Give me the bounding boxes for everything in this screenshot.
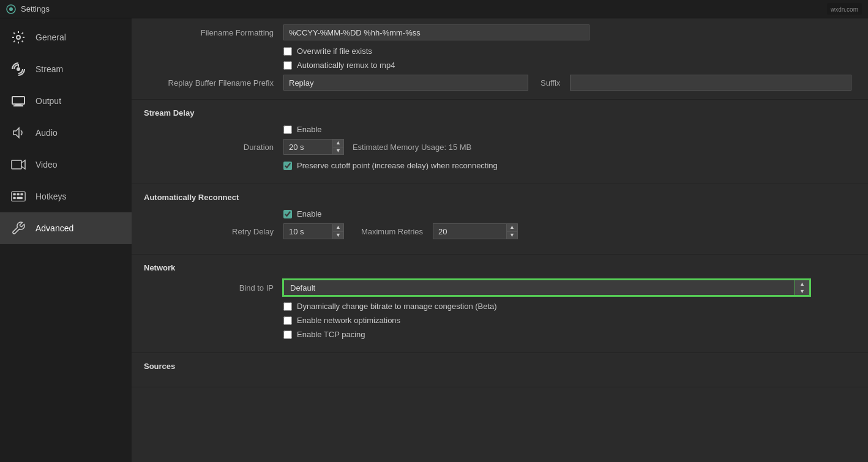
retry-delay-input[interactable] — [283, 223, 332, 239]
sidebar-item-audio[interactable]: Audio — [0, 117, 132, 149]
remux-row: Automatically remux to mp4 — [144, 61, 856, 70]
duration-label: Duration — [144, 143, 279, 152]
replay-buffer-row: Replay Buffer Filename Prefix Suffix — [144, 75, 856, 91]
sources-title: Sources — [144, 362, 856, 371]
sidebar-item-video[interactable]: Video — [0, 149, 132, 181]
titlebar-title: Settings — [21, 4, 50, 13]
duration-spinbox-buttons: ▲ ▼ — [332, 139, 344, 155]
svg-rect-14 — [17, 197, 22, 199]
video-icon — [10, 156, 27, 173]
retry-delay-decrement-button[interactable]: ▼ — [333, 232, 343, 239]
net-optimizations-checkbox[interactable] — [283, 316, 292, 325]
svg-rect-10 — [13, 193, 15, 195]
filename-formatting-label: Filename Formatting — [144, 28, 279, 37]
dynamic-bitrate-row: Dynamically change bitrate to manage con… — [144, 302, 856, 311]
svg-rect-5 — [12, 97, 24, 104]
overwrite-checkbox[interactable] — [283, 47, 292, 56]
stream-delay-enable-row: Enable — [144, 125, 856, 134]
duration-increment-button[interactable]: ▲ — [333, 140, 343, 147]
sources-section: Sources — [132, 353, 868, 387]
up-arrow-icon: ▲ — [799, 281, 805, 287]
suffix-input[interactable] — [570, 75, 851, 91]
tcp-pacing-checkbox[interactable] — [283, 330, 292, 339]
stream-delay-enable-checkbox[interactable] — [283, 125, 292, 134]
retry-delay-spinbox[interactable]: ▲ ▼ — [283, 223, 344, 239]
duration-row: Duration ▲ ▼ Estimated Memory Usage: 15 … — [144, 139, 856, 155]
auto-reconnect-title: Automatically Reconnect — [144, 193, 856, 202]
sidebar-item-stream[interactable]: Stream — [0, 53, 132, 85]
network-section: Network Bind to IP ▲ ▼ Dynamically chang… — [132, 255, 868, 353]
titlebar: Settings wxdn.com — [0, 0, 868, 18]
retry-delay-row: Retry Delay ▲ ▼ Maximum Retries ▲ ▼ — [144, 223, 856, 239]
auto-reconnect-section: Automatically Reconnect Enable Retry Del… — [132, 184, 868, 255]
retry-delay-spinbox-buttons: ▲ ▼ — [332, 223, 344, 239]
bind-to-ip-dropdown-button[interactable]: ▲ ▼ — [795, 280, 810, 296]
replay-buffer-prefix-input[interactable] — [283, 75, 528, 91]
advanced-icon — [10, 220, 27, 237]
sidebar-label-output: Output — [36, 96, 61, 106]
overwrite-row: Overwrite if file exists — [144, 47, 856, 56]
retry-delay-label: Retry Delay — [144, 227, 279, 236]
svg-rect-12 — [20, 193, 23, 195]
bind-to-ip-label: Bind to IP — [144, 283, 279, 292]
filename-section: Filename Formatting Overwrite if file ex… — [132, 18, 868, 100]
sidebar-label-hotkeys: Hotkeys — [36, 192, 67, 201]
output-icon — [10, 92, 27, 110]
net-optimizations-row: Enable network optimizations — [144, 316, 856, 325]
filename-formatting-input[interactable] — [283, 24, 589, 40]
network-title: Network — [144, 263, 856, 272]
sidebar-item-hotkeys[interactable]: Hotkeys — [0, 181, 132, 212]
dynamic-bitrate-checkbox[interactable] — [283, 302, 292, 311]
watermark: wxdn.com — [831, 6, 858, 13]
filename-formatting-row: Filename Formatting — [144, 24, 856, 40]
svg-rect-8 — [12, 160, 21, 169]
duration-decrement-button[interactable]: ▼ — [333, 147, 343, 155]
sidebar-label-stream: Stream — [36, 64, 63, 74]
max-retries-spinbox-buttons: ▲ ▼ — [506, 223, 518, 239]
sidebar-label-audio: Audio — [36, 128, 58, 138]
sidebar-item-general[interactable]: General — [0, 21, 132, 53]
max-retries-label: Maximum Retries — [361, 227, 423, 236]
max-retries-increment-button[interactable]: ▲ — [507, 224, 517, 232]
remux-checkbox[interactable] — [283, 61, 292, 70]
bind-to-ip-row: Bind to IP ▲ ▼ — [144, 280, 856, 296]
settings-app-icon — [6, 4, 16, 14]
dynamic-bitrate-label: Dynamically change bitrate to manage con… — [297, 302, 497, 311]
sidebar: General Stream Output — [0, 18, 132, 462]
stream-delay-title: Stream Delay — [144, 108, 856, 117]
svg-point-2 — [17, 35, 20, 39]
sidebar-label-video: Video — [36, 160, 58, 170]
main-layout: General Stream Output — [0, 18, 868, 462]
preserve-cutoff-checkbox[interactable] — [283, 162, 292, 170]
max-retries-decrement-button[interactable]: ▼ — [507, 232, 517, 239]
tcp-pacing-label: Enable TCP pacing — [297, 330, 365, 339]
max-retries-spinbox[interactable]: ▲ ▼ — [433, 223, 518, 239]
preserve-cutoff-row: Preserve cutoff point (increase delay) w… — [144, 161, 856, 170]
reconnect-enable-row: Enable — [144, 209, 856, 218]
general-icon — [10, 29, 27, 46]
preserve-cutoff-label: Preserve cutoff point (increase delay) w… — [297, 161, 498, 170]
svg-point-1 — [9, 7, 13, 11]
stream-delay-section: Stream Delay Enable Duration ▲ ▼ Estimat… — [132, 100, 868, 184]
sidebar-label-general: General — [36, 32, 66, 42]
svg-rect-11 — [17, 193, 19, 195]
retry-delay-increment-button[interactable]: ▲ — [333, 224, 343, 232]
reconnect-enable-label: Enable — [297, 209, 321, 218]
down-arrow-icon: ▼ — [799, 288, 805, 294]
sidebar-item-advanced[interactable]: Advanced — [0, 212, 132, 244]
max-retries-input[interactable] — [433, 223, 506, 239]
bind-to-ip-input[interactable] — [283, 280, 795, 296]
memory-usage-text: Estimated Memory Usage: 15 MB — [349, 143, 471, 152]
svg-rect-13 — [13, 197, 15, 199]
svg-rect-9 — [12, 192, 25, 201]
reconnect-enable-checkbox[interactable] — [283, 210, 292, 218]
sidebar-item-output[interactable]: Output — [0, 85, 132, 117]
svg-point-3 — [17, 67, 20, 71]
sidebar-label-advanced: Advanced — [36, 223, 73, 233]
remux-label: Automatically remux to mp4 — [297, 61, 395, 70]
hotkeys-icon — [10, 188, 27, 205]
duration-input[interactable] — [283, 139, 332, 155]
duration-spinbox[interactable]: ▲ ▼ — [283, 139, 344, 155]
stream-delay-enable-label: Enable — [297, 125, 321, 134]
bind-to-ip-combo[interactable]: ▲ ▼ — [283, 280, 810, 296]
